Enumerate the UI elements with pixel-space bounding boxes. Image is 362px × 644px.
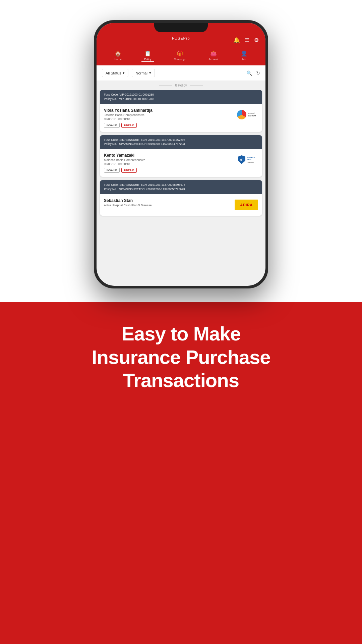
policy-body-3: Sebastian Stan Adira Hospital Cash Plan … [100,194,262,216]
tagline-line2: Insurance Purchase [27,345,335,369]
content-area: All Status ▾ Normal ▾ 🔍 ↻ [97,65,265,219]
policy-header-3: Fuse Code: SIMASINSURETECH-20191203-1137… [100,180,262,194]
policy-name-1: Viola Yosiana Samihardja [104,108,153,113]
me-icon: 👤 [241,50,247,57]
tagline: Easy to Make Insurance Purchase Transact… [27,322,335,392]
nav-me-label: Me [242,58,246,61]
policy-product-3: Adira Hospital Cash Plan 5 Disease [104,204,152,207]
jasindo-asuransi-text: asuransi [248,112,256,114]
type-filter-label: Normal [135,71,147,75]
policy-header-1: Fuse Code: VIP-20191203-01-0001280 Polic… [100,90,262,104]
search-icon[interactable]: 🔍 [246,70,252,76]
policy-badges-2: INVALID UNPAID [104,168,145,173]
status-filter-label: All Status [106,71,121,75]
policy-count: 8 Policy [97,81,265,90]
tagline-line3: Transactions [27,369,335,392]
policy-product-1: Jasindo Basic Comprehensive [104,113,153,117]
logo-text: FUSE [172,36,183,40]
policy-name-2: Kento Yamazaki [104,153,145,158]
page: FUSEPro 🔔 ☰ ⚙ 🏠 Home [0,0,362,644]
filter-bar: All Status ▾ Normal ▾ 🔍 ↻ [97,65,265,81]
power-button [267,76,268,97]
policy-name-3: Sebastian Stan [104,198,152,203]
filter-actions: 🔍 ↻ [246,70,260,76]
tagline-line1: Easy to Make [27,322,335,345]
nav-home-label: Home [115,58,122,61]
svg-text:MT: MT [240,158,244,161]
nav-home[interactable]: 🏠 Home [112,50,124,62]
fuse-code-1: Fuse Code: VIP-20191203-01-0001280 [104,93,258,97]
type-dropdown-icon: ▾ [149,71,151,75]
policy-card-3[interactable]: Fuse Code: SIMASINSURETECH-20191203-1137… [100,180,262,216]
policy-no-2: Policy No. : SIMASINSURETECH-20191203-11… [104,142,258,146]
phone-screen: FUSEPro 🔔 ☰ ⚙ 🏠 Home [97,23,265,286]
policy-icon: 📋 [144,50,151,57]
policy-list: Fuse Code: VIP-20191203-01-0001280 Polic… [97,90,265,219]
home-icon: 🏠 [115,50,121,57]
adira-logo-text: ADIRA [240,203,252,207]
type-filter[interactable]: Normal ▾ [132,69,155,77]
nav-campaign-label: Campaign [174,58,186,61]
phone-notch [154,23,208,32]
policy-info-2: Kento Yamazaki Malacca Basic Comprehensi… [104,153,145,173]
phone-section: FUSEPro 🔔 ☰ ⚙ 🏠 Home [0,0,362,302]
policy-product-2: Malacca Basic Comprehensive [104,158,145,162]
policy-info-1: Viola Yosiana Samihardja Jasindo Basic C… [104,108,153,128]
fuse-code-3: Fuse Code: SIMASINSURETECH-20191203-1137… [104,183,258,187]
malacca-brand-text: malacca [247,156,255,159]
policy-body-1: Viola Yosiana Samihardja Jasindo Basic C… [100,104,262,132]
badge-invalid-1: INVALID [104,123,120,128]
policy-info-3: Sebastian Stan Adira Hospital Cash Plan … [104,198,152,208]
jasindo-brand-text: jasindo [248,114,256,117]
policy-header-2: Fuse Code: SIMASINSURETECH-20191203-1157… [100,135,262,149]
account-icon: 👛 [210,50,217,57]
bottom-nav: 🏠 Home 📋 Policy 🎁 Campaign 👛 [103,48,259,65]
malacca-shield-icon: MT [238,155,245,164]
policy-card-2[interactable]: Fuse Code: SIMASINSURETECH-20191203-1157… [100,135,262,177]
volume-up-button [94,66,95,80]
badge-unpaid-2: UNPAID [121,168,137,173]
fuse-code-2: Fuse Code: SIMASINSURETECH-20191203-1157… [104,138,258,142]
nav-account-label: Account [208,58,218,61]
badge-unpaid-1: UNPAID [121,123,137,128]
refresh-icon[interactable]: ↻ [256,70,260,76]
policy-body-2: Kento Yamazaki Malacca Basic Comprehensi… [100,149,262,177]
adira-logo: ADIRA [235,198,258,212]
malacca-trust-text: trust [247,159,255,161]
logo-sup: Pro [183,36,190,40]
policy-no-3: Policy No. : SIMASINSURETECH-20191203-11… [104,187,258,192]
fuse-logo: FUSEPro [172,36,190,44]
policy-badges-1: INVALID UNPAID [104,123,153,128]
layers-icon[interactable]: ☰ [245,37,249,43]
volume-down-button [94,83,95,97]
status-filter[interactable]: All Status ▾ [102,69,128,77]
header-icons: 🔔 ☰ ⚙ [233,37,259,43]
nav-me[interactable]: 👤 Me [238,50,250,62]
gear-icon[interactable]: ⚙ [254,37,259,43]
phone-device: FUSEPro 🔔 ☰ ⚙ 🏠 Home [94,20,268,288]
malacca-insurance-text: insurance [247,161,255,163]
nav-policy[interactable]: 📋 Policy [141,50,154,62]
bell-icon[interactable]: 🔔 [233,37,240,43]
nav-account[interactable]: 👛 Account [206,50,221,62]
policy-dates-1: 09/08/17 - 09/08/18 [104,117,153,121]
policy-card-1[interactable]: Fuse Code: VIP-20191203-01-0001280 Polic… [100,90,262,132]
policy-dates-2: 09/08/17 - 09/08/18 [104,162,145,166]
nav-campaign[interactable]: 🎁 Campaign [171,50,189,62]
jasindo-logo: asuransi jasindo [235,108,258,121]
jasindo-circle-icon [237,110,246,119]
malacca-logo: MT malacca trust insurance [235,153,258,166]
badge-invalid-2: INVALID [104,168,120,173]
bottom-section: Easy to Make Insurance Purchase Transact… [0,302,362,644]
campaign-icon: 🎁 [177,50,183,57]
nav-policy-label: Policy [144,58,151,61]
status-dropdown-icon: ▾ [123,71,125,75]
policy-no-1: Policy No. : VIP-20191203-01-0001280 [104,97,258,101]
header-top: FUSEPro 🔔 ☰ ⚙ [103,32,259,48]
policy-count-text: 8 Policy [175,84,187,87]
